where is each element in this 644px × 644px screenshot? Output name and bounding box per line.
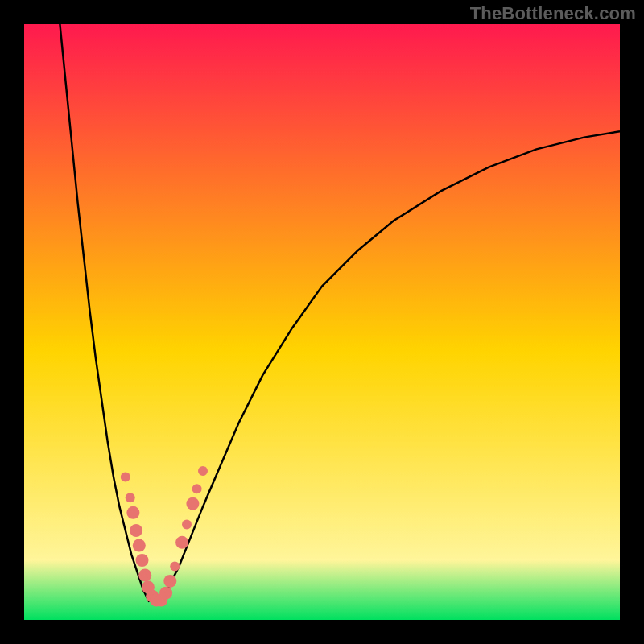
- marker-dot: [138, 569, 151, 582]
- chart-svg: [24, 24, 620, 620]
- plot-area: [24, 24, 620, 620]
- marker-dot: [130, 524, 142, 537]
- marker-dot: [121, 472, 130, 481]
- marker-dot: [126, 506, 139, 519]
- marker-dot: [175, 536, 188, 549]
- watermark-text: TheBottleneck.com: [470, 3, 636, 24]
- marker-dot: [182, 520, 192, 530]
- marker-dot: [133, 539, 146, 552]
- marker-dot: [170, 561, 180, 571]
- marker-dot: [192, 484, 202, 493]
- marker-dot: [126, 493, 135, 502]
- marker-dot: [198, 466, 208, 476]
- marker-dot: [159, 587, 172, 600]
- marker-dot: [163, 575, 176, 588]
- gradient-background: [24, 24, 620, 620]
- marker-dot: [136, 554, 149, 567]
- chart-frame: TheBottleneck.com: [0, 0, 644, 644]
- marker-dot: [186, 497, 199, 510]
